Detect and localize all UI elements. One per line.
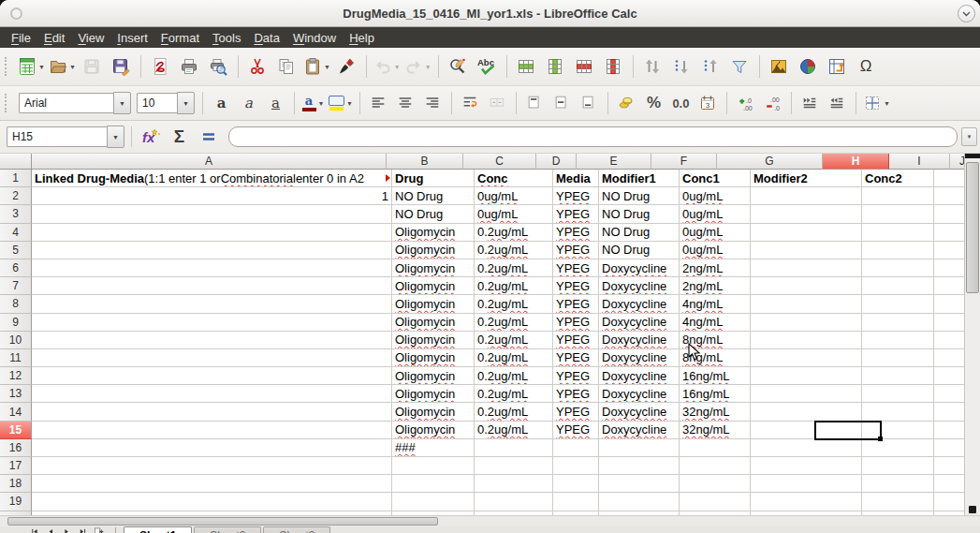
date-format-button[interactable]: 3: [695, 91, 722, 115]
cell-B5[interactable]: Oligomycin: [392, 242, 475, 259]
cell-B10[interactable]: Oligomycin: [392, 332, 475, 349]
cell-G4[interactable]: [751, 224, 862, 242]
cell-B3[interactable]: NO Drug: [392, 205, 475, 223]
window-shade-button[interactable]: [958, 5, 975, 22]
cell-C4[interactable]: 0.2ug/mL: [475, 224, 553, 242]
cell-D2[interactable]: YPEG: [553, 187, 599, 205]
cell-F19[interactable]: [680, 493, 751, 511]
open-button[interactable]: ▼: [47, 52, 78, 81]
function-wizard-button[interactable]: fx: [136, 123, 165, 151]
cell-E12[interactable]: Doxycycline: [599, 367, 680, 385]
row-header-4[interactable]: 4: [0, 224, 32, 242]
row-header-10[interactable]: 10: [0, 332, 32, 349]
cell-D19[interactable]: [553, 493, 599, 511]
cell-C17[interactable]: [475, 457, 553, 475]
cell-F13[interactable]: 16ng/mL: [680, 385, 751, 403]
cell-A16[interactable]: [32, 439, 392, 457]
cell-F14[interactable]: 32ng/mL: [680, 403, 751, 421]
cell-A12[interactable]: [32, 367, 392, 385]
find-replace-button[interactable]: [444, 52, 473, 81]
row-header-7[interactable]: 7: [0, 277, 32, 295]
cell-B14[interactable]: Oligomycin: [392, 403, 475, 421]
row-header-15[interactable]: 15: [0, 422, 32, 439]
special-character-button[interactable]: Ω: [852, 52, 881, 81]
align-center-button[interactable]: [392, 91, 419, 115]
font-name-dropdown-button[interactable]: ▼: [113, 92, 131, 114]
column-header-D[interactable]: D: [536, 154, 577, 170]
row-header-19[interactable]: 19: [0, 493, 32, 511]
last-sheet-button[interactable]: [76, 527, 92, 533]
cell-E7[interactable]: Doxycycline: [599, 277, 680, 295]
cell-A2[interactable]: 1: [32, 187, 392, 205]
cell-I11[interactable]: [934, 349, 964, 367]
cell-A7[interactable]: [32, 277, 392, 295]
cell-H8[interactable]: [862, 295, 934, 313]
cell-A5[interactable]: [32, 242, 392, 259]
cell-C19[interactable]: [475, 493, 553, 511]
cell-H7[interactable]: [862, 277, 934, 295]
cell-D4[interactable]: YPEG: [553, 224, 599, 242]
cell-B13[interactable]: Oligomycin: [392, 385, 475, 403]
align-left-button[interactable]: [365, 91, 392, 115]
menu-tools[interactable]: Tools: [206, 29, 247, 47]
undo-button[interactable]: ▼: [372, 52, 402, 81]
cell-D8[interactable]: YPEG: [553, 295, 599, 313]
menu-view[interactable]: View: [71, 29, 110, 47]
cell-G5[interactable]: [751, 242, 862, 259]
cell-B17[interactable]: [392, 457, 475, 475]
row-header-14[interactable]: 14: [0, 403, 32, 421]
cell-G1[interactable]: Modifier2: [751, 170, 862, 187]
cell-H6[interactable]: [862, 259, 934, 277]
cell-B18[interactable]: [392, 475, 475, 493]
cell-H13[interactable]: [862, 385, 934, 403]
insert-image-button[interactable]: [765, 52, 794, 81]
spelling-button[interactable]: Abc: [473, 52, 502, 81]
dropdown-arrow-icon[interactable]: ▼: [38, 64, 45, 70]
cell-A3[interactable]: [32, 205, 392, 223]
select-all-corner[interactable]: [0, 154, 32, 170]
borders-button[interactable]: ▼: [861, 91, 892, 115]
increase-indent-button[interactable]: [797, 91, 824, 115]
cell-D6[interactable]: YPEG: [553, 259, 599, 277]
cell-I15[interactable]: [934, 422, 964, 439]
row-header-5[interactable]: 5: [0, 242, 32, 259]
sort-button[interactable]: [638, 52, 667, 81]
column-header-F[interactable]: F: [651, 154, 717, 170]
formula-input[interactable]: [228, 126, 958, 147]
cell-I17[interactable]: [934, 457, 964, 475]
cell-I4[interactable]: [934, 224, 964, 242]
cell-I14[interactable]: [934, 403, 964, 421]
cell-D9[interactable]: YPEG: [553, 314, 599, 332]
cell-D10[interactable]: YPEG: [553, 332, 599, 349]
cell-A15[interactable]: [32, 422, 392, 439]
insert-sheet-button[interactable]: [92, 527, 108, 533]
dropdown-arrow-icon[interactable]: ▼: [324, 64, 330, 70]
cell-B19[interactable]: [392, 493, 475, 511]
cell-B7[interactable]: Oligomycin: [392, 277, 475, 295]
row-header-8[interactable]: 8: [0, 295, 32, 313]
cell-A18[interactable]: [32, 475, 392, 493]
save-button[interactable]: [78, 52, 107, 81]
cell-I5[interactable]: [934, 242, 964, 259]
menu-data[interactable]: Data: [247, 29, 285, 47]
dropdown-arrow-icon[interactable]: ▼: [69, 64, 76, 70]
cell-A1[interactable]: Linked Drug-Media (1:1 enter 1 or Combin…: [32, 170, 392, 187]
first-sheet-button[interactable]: [28, 527, 44, 533]
cell-C13[interactable]: 0.2ug/mL: [475, 385, 553, 403]
align-top-button[interactable]: [521, 91, 549, 115]
row-header-17[interactable]: 17: [0, 457, 32, 475]
sheet-tab-sheet2[interactable]: Sheet2: [194, 526, 261, 533]
cell-C1[interactable]: Conc: [475, 170, 553, 187]
cell-G3[interactable]: [751, 205, 862, 223]
menu-window[interactable]: Window: [286, 29, 343, 47]
cell-C18[interactable]: [475, 475, 553, 493]
cell-I18[interactable]: [934, 475, 964, 493]
cell-H19[interactable]: [862, 493, 934, 511]
cell-I3[interactable]: [934, 205, 964, 223]
next-sheet-button[interactable]: [60, 527, 76, 533]
cell-A19[interactable]: [32, 493, 392, 511]
insert-column-button[interactable]: [541, 52, 570, 81]
dropdown-arrow-icon[interactable]: ▼: [318, 100, 325, 107]
cell-G14[interactable]: [751, 403, 862, 421]
cell-C12[interactable]: 0.2ug/mL: [475, 367, 553, 385]
